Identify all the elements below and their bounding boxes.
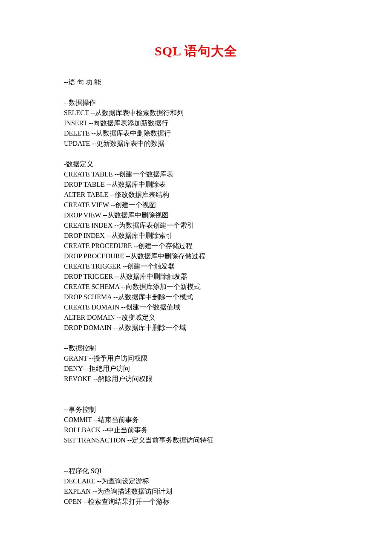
- text-line: INSERT --向数据库表添加新数据行: [64, 118, 328, 128]
- text-line: DECLARE --为查询设定游标: [64, 476, 328, 486]
- document-body: --语 句 功 能--数据操作SELECT --从数据库表中检索数据行和列INS…: [64, 77, 328, 507]
- text-line: ROLLBACK --中止当前事务: [64, 425, 328, 435]
- section-gap: [64, 384, 328, 394]
- text-line: GRANT --授予用户访问权限: [64, 353, 328, 364]
- text-line: --程序化 SQL: [64, 466, 328, 476]
- text-line: UPDATE --更新数据库表中的数据: [64, 139, 328, 149]
- text-line: DROP DOMAIN --从数据库中删除一个域: [64, 323, 328, 333]
- text-line: CREATE INDEX --为数据库表创建一个索引: [64, 220, 328, 231]
- text-line: --语 句 功 能: [64, 77, 328, 87]
- text-line: CREATE VIEW --创建一个视图: [64, 200, 328, 210]
- section-gap: [64, 87, 328, 98]
- text-line: DROP VIEW --从数据库中删除视图: [64, 210, 328, 220]
- text-line: CREATE SCHEMA --向数据库添加一个新模式: [64, 282, 328, 292]
- text-line: EXPLAN --为查询描述数据访问计划: [64, 486, 328, 497]
- text-line: --数据控制: [64, 343, 328, 353]
- text-line: SET TRANSACTION --定义当前事务数据访问特征: [64, 435, 328, 445]
- text-line: CREATE TABLE --创建一个数据库表: [64, 169, 328, 179]
- text-line: CREATE PROCEDURE --创建一个存储过程: [64, 241, 328, 251]
- text-line: OPEN --检索查询结果打开一个游标: [64, 497, 328, 507]
- document-title: SQL 语句大全: [64, 43, 328, 60]
- text-line: CREATE TRIGGER --创建一个触发器: [64, 261, 328, 272]
- text-line: --事务控制: [64, 405, 328, 415]
- text-line: SELECT --从数据库表中检索数据行和列: [64, 108, 328, 118]
- text-line: [64, 394, 328, 405]
- text-line: DROP TRIGGER --从数据库中删除触发器: [64, 272, 328, 282]
- text-line: CREATE DOMAIN --创建一个数据值域: [64, 302, 328, 312]
- text-line: ALTER TABLE --修改数据库表结构: [64, 190, 328, 200]
- section-gap: [64, 445, 328, 456]
- text-line: --数据操作: [64, 98, 328, 108]
- text-line: DELETE --从数据库表中删除数据行: [64, 128, 328, 139]
- text-line: DROP SCHEMA --从数据库中删除一个模式: [64, 292, 328, 302]
- text-line: -数据定义: [64, 159, 328, 169]
- text-line: DROP TABLE --从数据库中删除表: [64, 179, 328, 190]
- text-line: REVOKE --解除用户访问权限: [64, 374, 328, 384]
- text-line: ALTER DOMAIN --改变域定义: [64, 312, 328, 323]
- text-line: DENY --拒绝用户访问: [64, 364, 328, 374]
- text-line: COMMIT --结束当前事务: [64, 415, 328, 425]
- text-line: DROP INDEX --从数据库中删除索引: [64, 231, 328, 241]
- text-line: DROP PROCEDURE --从数据库中删除存储过程: [64, 251, 328, 261]
- text-line: [64, 456, 328, 466]
- section-gap: [64, 333, 328, 343]
- section-gap: [64, 149, 328, 159]
